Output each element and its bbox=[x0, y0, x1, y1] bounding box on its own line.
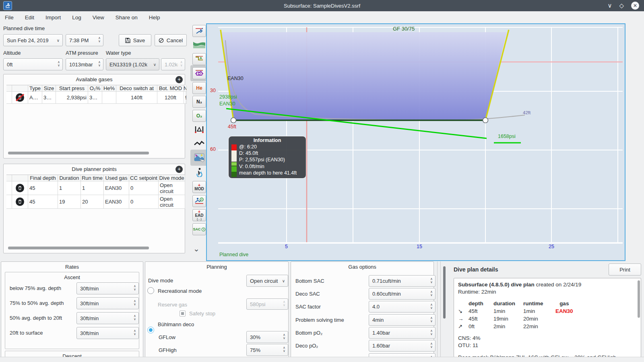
buhlmann-deco-radio[interactable] bbox=[147, 327, 154, 333]
spinner-buttons[interactable]: ∧∨ bbox=[131, 327, 138, 339]
delete-gas-icon[interactable] bbox=[16, 93, 24, 102]
rate-below75-spinner[interactable]: 30ft/min∧∨ bbox=[76, 282, 139, 294]
add-gas-button[interactable]: + bbox=[175, 76, 183, 83]
menu-edit[interactable]: Edit bbox=[25, 14, 34, 21]
delete-gas-cell[interactable] bbox=[12, 92, 28, 104]
toolbar-more-icon[interactable]: ⌄ bbox=[193, 244, 200, 253]
o2-graph-button[interactable]: O₂ bbox=[192, 110, 206, 122]
sac-factor-spinner[interactable]: 4.0∧∨ bbox=[369, 301, 436, 313]
spinner-buttons[interactable]: ∧∨ bbox=[281, 331, 288, 343]
dive-date-select[interactable]: Sun Feb 24, 2019 ∨ bbox=[3, 34, 63, 46]
dive-profile-chart[interactable]: GF 30/75 30 60 5 15 25 EAN30 2938psi EAN… bbox=[206, 23, 625, 261]
points-col-used-gas[interactable]: Used gas bbox=[104, 175, 129, 181]
dive-time-spinner[interactable]: 7:38 PM ∧∨ bbox=[66, 34, 103, 46]
ead-button[interactable]: + EAD (...) bbox=[192, 209, 206, 221]
gases-col-deco-switch[interactable]: Deco switch at bbox=[116, 85, 157, 92]
spinner-buttons[interactable]: ∧∨ bbox=[131, 313, 138, 324]
gases-col-o2[interactable]: O₂% bbox=[88, 85, 102, 92]
gas-type[interactable]: A… bbox=[28, 92, 42, 104]
dive-computer-profile-button[interactable] bbox=[192, 25, 206, 37]
rate-75to50-spinner[interactable]: 30ft/min∧∨ bbox=[76, 297, 139, 309]
photos-button[interactable] bbox=[192, 152, 206, 164]
dive-duration-button[interactable] bbox=[192, 195, 206, 207]
dive-mode-change-button[interactable] bbox=[192, 166, 206, 178]
spinner-buttons[interactable]: ∧∨ bbox=[131, 298, 138, 309]
menu-help[interactable]: Help bbox=[149, 14, 160, 21]
points-col-run-time[interactable]: Run time bbox=[81, 175, 104, 181]
spinner-buttons[interactable]: ∧∨ bbox=[428, 327, 435, 338]
points-col-dive-mode[interactable]: Dive mode bbox=[159, 175, 185, 181]
spinner-buttons[interactable]: ∧∨ bbox=[428, 276, 435, 286]
spinner-buttons[interactable]: ∧∨ bbox=[96, 59, 103, 70]
gases-col-type[interactable]: Type bbox=[28, 85, 42, 92]
maximize-icon[interactable]: ◇ bbox=[619, 2, 624, 9]
point-duration[interactable]: 19 bbox=[58, 195, 81, 209]
menu-file[interactable]: File bbox=[5, 14, 14, 21]
n2-graph-button[interactable]: N₂ bbox=[192, 96, 206, 108]
close-icon[interactable]: ✕ bbox=[631, 2, 639, 10]
menu-share-on[interactable]: Share on bbox=[116, 14, 138, 21]
gfhigh-spinner[interactable]: 75%∧∨ bbox=[246, 344, 288, 356]
save-button[interactable]: Save bbox=[119, 34, 151, 46]
problem-solving-time-spinner[interactable]: 4min∧∨ bbox=[369, 314, 436, 326]
point-setpoint[interactable]: 0 bbox=[129, 195, 159, 209]
delete-point-cell[interactable] bbox=[12, 181, 28, 195]
spinner-buttons[interactable]: ∧∨ bbox=[428, 315, 435, 325]
points-col-cc-setpoint[interactable]: CC setpoint bbox=[129, 175, 159, 181]
information-tooltip[interactable]: Information @: 6:20 D: 45.0ft P: 2,557ps… bbox=[228, 136, 306, 179]
ruler-button[interactable] bbox=[192, 123, 206, 136]
altitude-spinner[interactable]: 0ft ∧∨ bbox=[3, 58, 63, 70]
delete-point-icon[interactable] bbox=[16, 184, 24, 192]
deco-po2-spinner[interactable]: 1.60bar∧∨ bbox=[369, 340, 436, 352]
point-runtime[interactable]: 20 bbox=[81, 195, 104, 209]
points-hscrollbar[interactable] bbox=[8, 247, 149, 249]
delete-point-icon[interactable] bbox=[16, 197, 24, 206]
recreational-mode-radio[interactable] bbox=[147, 287, 154, 294]
mod-button[interactable]: + MOD bbox=[192, 181, 206, 193]
gases-col-start-press[interactable]: Start press bbox=[56, 85, 88, 92]
he-graph-button[interactable]: He bbox=[192, 82, 206, 94]
delete-point-cell[interactable] bbox=[12, 195, 28, 209]
panel-splitter[interactable] bbox=[437, 261, 438, 362]
gas-size[interactable]: 3… bbox=[42, 92, 56, 104]
waves-button[interactable] bbox=[192, 39, 206, 51]
print-button[interactable]: Print bbox=[609, 263, 641, 276]
dive-plan-notes[interactable]: Subsurface (4.8.5.0) dive plan created o… bbox=[454, 278, 641, 357]
spinner-buttons[interactable]: ∧∨ bbox=[281, 344, 288, 356]
menu-import[interactable]: Import bbox=[45, 14, 61, 21]
profile-handle[interactable] bbox=[483, 118, 488, 123]
point-dive-mode[interactable]: Open circuit bbox=[159, 181, 185, 195]
calculated-ceiling-button[interactable] bbox=[192, 67, 206, 79]
minimize-icon[interactable]: ∨ bbox=[607, 2, 612, 9]
profile-handle[interactable] bbox=[231, 118, 236, 123]
gases-col-he[interactable]: He% bbox=[102, 85, 116, 92]
cancel-button[interactable]: Cancel bbox=[155, 34, 187, 46]
gases-col-size[interactable]: Size bbox=[42, 85, 56, 92]
gas-he[interactable] bbox=[102, 92, 116, 104]
point-runtime[interactable]: 1 bbox=[81, 181, 104, 195]
bottom-sac-spinner[interactable]: 0.71cuft/min∧∨ bbox=[369, 275, 436, 287]
planned-dive-tab[interactable]: Planned dive bbox=[219, 252, 248, 257]
panel-splitter[interactable] bbox=[440, 261, 441, 362]
spinner-buttons[interactable]: ∧∨ bbox=[55, 59, 62, 70]
notes-vscrollbar[interactable] bbox=[638, 280, 640, 318]
point-depth[interactable]: 45 bbox=[28, 181, 58, 195]
points-col-duration[interactable]: Duration bbox=[58, 175, 81, 181]
add-point-button[interactable]: + bbox=[175, 166, 183, 173]
spinner-buttons[interactable]: ∧∨ bbox=[96, 35, 103, 46]
details-vscrollbar[interactable] bbox=[443, 266, 446, 319]
menu-view[interactable]: View bbox=[93, 14, 104, 21]
gases-hscrollbar[interactable] bbox=[8, 152, 149, 154]
rate-50to20ft-spinner[interactable]: 30ft/min∧∨ bbox=[76, 312, 139, 324]
point-gas[interactable]: EAN30 bbox=[104, 195, 129, 209]
gas-bot-mod[interactable]: 120ft bbox=[157, 92, 184, 104]
gas-mnd[interactable]: 98ft bbox=[184, 92, 187, 104]
bottom-po2-spinner[interactable]: 1.40bar∧∨ bbox=[369, 327, 436, 339]
gas-deco-switch[interactable]: 140ft bbox=[116, 92, 157, 104]
titlebar[interactable]: Subsurface: SampleDivesV2.ssrf ∨ ◇ ✕ bbox=[0, 0, 644, 11]
point-setpoint[interactable]: 0 bbox=[129, 181, 159, 195]
gas-start-press[interactable]: 2,938psi bbox=[56, 92, 88, 104]
profile-edit-button[interactable] bbox=[192, 53, 206, 65]
menu-log[interactable]: Log bbox=[72, 14, 81, 21]
gflow-spinner[interactable]: 30%∧∨ bbox=[246, 331, 288, 343]
